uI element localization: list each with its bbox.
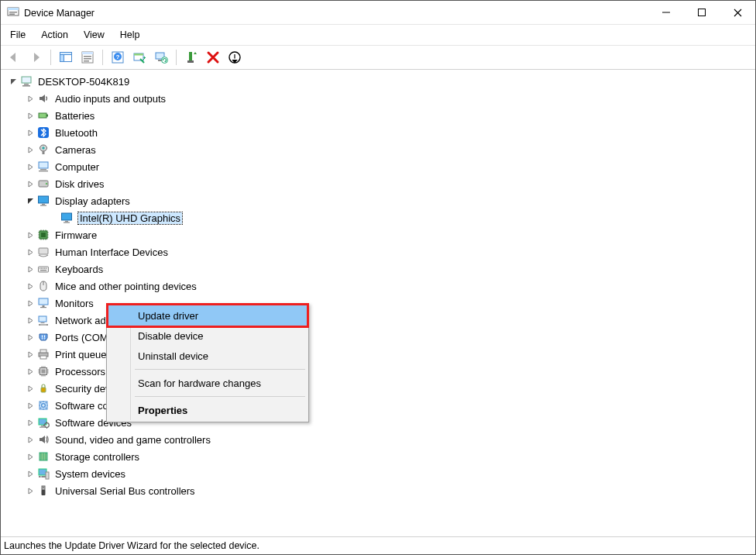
expand-toggle[interactable]: [26, 418, 35, 427]
expand-toggle[interactable]: [9, 77, 18, 86]
tree-device[interactable]: Intel(R) UHD Graphics: [4, 209, 755, 226]
tree-category[interactable]: System devices: [4, 465, 755, 482]
toolbar-show-hide-console-tree[interactable]: [56, 47, 76, 67]
toolbar-update-driver-button[interactable]: [151, 47, 171, 67]
expand-toggle[interactable]: [26, 469, 35, 478]
tree-category[interactable]: Firmware: [4, 226, 755, 243]
svg-rect-87: [42, 490, 46, 495]
expand-toggle[interactable]: [26, 196, 35, 205]
context-menu-properties[interactable]: Properties: [108, 400, 307, 420]
expand-toggle[interactable]: [26, 111, 35, 120]
menu-view[interactable]: View: [76, 28, 112, 42]
toolbar-enable-device-button[interactable]: [181, 47, 201, 67]
expand-toggle[interactable]: [26, 145, 35, 154]
svg-point-79: [46, 453, 46, 453]
svg-rect-12: [84, 60, 89, 62]
expand-toggle[interactable]: [26, 435, 35, 444]
device-tree[interactable]: DESKTOP-504K819 Audio inputs and outputs…: [1, 70, 755, 536]
status-text: Launches the Update Driver Wizard for th…: [4, 540, 259, 551]
maximize-button[interactable]: [684, 1, 720, 24]
context-menu-uninstall-device[interactable]: Uninstall device: [108, 346, 307, 366]
expand-toggle[interactable]: [26, 401, 35, 410]
tree-category[interactable]: Storage controllers: [4, 448, 755, 465]
svg-rect-40: [40, 205, 46, 206]
expand-toggle[interactable]: [26, 179, 35, 188]
tree-category[interactable]: Batteries: [4, 107, 755, 124]
minimize-button[interactable]: [648, 1, 684, 24]
tree-category-label: Universal Serial Bus controllers: [55, 485, 195, 497]
menu-file[interactable]: File: [2, 28, 33, 42]
tree-category-label: Monitors: [55, 298, 94, 309]
tree-root[interactable]: DESKTOP-504K819: [4, 73, 755, 90]
tree-category[interactable]: Bluetooth: [4, 124, 755, 141]
expand-toggle[interactable]: [26, 94, 35, 103]
expand-toggle[interactable]: [26, 333, 35, 342]
speaker-icon: [36, 91, 50, 105]
menu-action[interactable]: Action: [33, 28, 76, 42]
svg-rect-57: [39, 316, 46, 322]
expand-toggle[interactable]: [26, 264, 35, 274]
display-icon: [36, 194, 50, 208]
context-menu-update-driver[interactable]: Update driver: [108, 305, 307, 326]
expand-toggle[interactable]: [26, 230, 35, 240]
svg-rect-7: [60, 53, 72, 55]
context-menu-label: Scan for hardware changes: [138, 377, 261, 389]
svg-rect-46: [39, 248, 48, 254]
context-menu-disable-device[interactable]: Disable device: [108, 326, 307, 346]
toolbar-help-button[interactable]: ?: [108, 47, 128, 67]
svg-point-80: [40, 459, 40, 460]
close-button[interactable]: [720, 1, 755, 24]
expand-toggle[interactable]: [26, 281, 35, 291]
tree-category[interactable]: Keyboards: [4, 260, 755, 278]
tree-category[interactable]: Human Interface Devices: [4, 243, 755, 260]
expand-toggle[interactable]: [26, 162, 35, 171]
svg-rect-26: [22, 85, 30, 87]
processor-icon: [36, 364, 50, 378]
svg-rect-32: [43, 151, 45, 154]
context-menu-separator: [135, 369, 305, 370]
expand-toggle[interactable]: [26, 350, 35, 359]
monitor-icon: [36, 296, 50, 310]
menu-help[interactable]: Help: [112, 28, 148, 42]
expand-toggle[interactable]: [26, 298, 35, 308]
window-title: Device Manager: [24, 7, 648, 19]
tree-category[interactable]: Audio inputs and outputs: [4, 90, 755, 107]
context-menu-scan-hardware[interactable]: Scan for hardware changes: [108, 373, 307, 393]
toolbar-disable-device-button[interactable]: [225, 47, 245, 67]
tree-category[interactable]: Universal Serial Bus controllers: [4, 482, 755, 499]
svg-rect-17: [134, 53, 143, 56]
bluetooth-icon: [36, 126, 50, 140]
toolbar-scan-hardware-button[interactable]: [129, 47, 149, 67]
disk-icon: [36, 177, 50, 191]
toolbar-properties-small[interactable]: [77, 47, 98, 67]
sound-icon: [36, 433, 50, 446]
toolbar-separator: [102, 50, 103, 65]
expand-toggle[interactable]: [26, 128, 35, 137]
computer-icon: [19, 74, 33, 88]
expand-toggle[interactable]: [26, 247, 35, 257]
expand-toggle[interactable]: [26, 486, 35, 495]
svg-rect-27: [39, 113, 46, 118]
svg-rect-70: [41, 388, 46, 392]
tree-category-label: Batteries: [55, 110, 94, 122]
svg-rect-86: [42, 486, 45, 490]
expand-toggle[interactable]: [26, 384, 35, 393]
svg-rect-50: [43, 268, 43, 269]
tree-category[interactable]: Computer: [4, 158, 755, 175]
toolbar-forward-button[interactable]: [26, 47, 46, 67]
battery-icon: [36, 109, 50, 122]
expand-toggle[interactable]: [26, 452, 35, 461]
svg-point-64: [44, 338, 46, 340]
expand-toggle[interactable]: [26, 367, 35, 376]
toolbar-uninstall-device-button[interactable]: [203, 47, 223, 67]
svg-rect-62: [44, 336, 45, 338]
tree-category[interactable]: Display adapters: [4, 192, 755, 209]
tree-category[interactable]: Sound, video and game controllers: [4, 431, 755, 448]
tree-category[interactable]: Mice and other pointing devices: [4, 278, 755, 295]
expand-toggle[interactable]: [26, 315, 35, 325]
context-menu-label: Properties: [138, 405, 187, 416]
tree-category[interactable]: Disk drives: [4, 175, 755, 192]
toolbar-back-button[interactable]: [4, 47, 24, 67]
svg-rect-41: [62, 213, 72, 220]
tree-category[interactable]: Cameras: [4, 141, 755, 158]
